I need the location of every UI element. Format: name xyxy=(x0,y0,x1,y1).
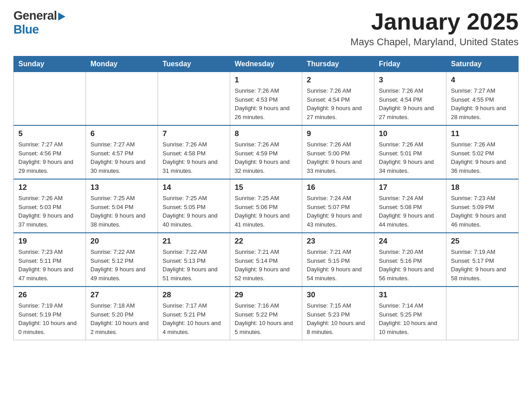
logo-general-text: General xyxy=(13,9,57,23)
day-number: 11 xyxy=(451,129,514,138)
day-info: Sunrise: 7:26 AM Sunset: 4:54 PM Dayligh… xyxy=(307,86,369,121)
day-info: Sunrise: 7:26 AM Sunset: 4:54 PM Dayligh… xyxy=(379,86,442,121)
day-number: 30 xyxy=(307,291,369,300)
day-info: Sunrise: 7:26 AM Sunset: 4:59 PM Dayligh… xyxy=(235,140,297,175)
calendar-day-cell: 1Sunrise: 7:26 AM Sunset: 4:53 PM Daylig… xyxy=(230,72,302,126)
day-number: 23 xyxy=(307,237,369,246)
month-year-title: January 2025 xyxy=(351,9,519,34)
calendar-day-cell: 22Sunrise: 7:21 AM Sunset: 5:14 PM Dayli… xyxy=(230,233,302,287)
day-info: Sunrise: 7:27 AM Sunset: 4:56 PM Dayligh… xyxy=(18,140,81,175)
day-of-week-header: Tuesday xyxy=(158,56,230,72)
day-info: Sunrise: 7:26 AM Sunset: 5:02 PM Dayligh… xyxy=(451,140,514,175)
day-of-week-header: Saturday xyxy=(446,56,519,72)
day-number: 20 xyxy=(90,237,153,246)
page-header: General Blue January 2025 Mays Chapel, M… xyxy=(13,9,519,48)
day-info: Sunrise: 7:26 AM Sunset: 4:58 PM Dayligh… xyxy=(163,140,225,175)
day-info: Sunrise: 7:24 AM Sunset: 5:07 PM Dayligh… xyxy=(307,194,369,229)
day-number: 3 xyxy=(379,76,442,85)
calendar-day-cell: 10Sunrise: 7:26 AM Sunset: 5:01 PM Dayli… xyxy=(374,125,446,179)
day-number: 26 xyxy=(18,291,81,300)
day-info: Sunrise: 7:20 AM Sunset: 5:16 PM Dayligh… xyxy=(379,248,442,283)
day-number: 22 xyxy=(235,237,297,246)
calendar-day-cell: 28Sunrise: 7:17 AM Sunset: 5:21 PM Dayli… xyxy=(158,287,230,340)
calendar-day-cell: 6Sunrise: 7:27 AM Sunset: 4:57 PM Daylig… xyxy=(86,125,158,179)
calendar-header-row: SundayMondayTuesdayWednesdayThursdayFrid… xyxy=(14,56,519,72)
calendar-day-cell: 5Sunrise: 7:27 AM Sunset: 4:56 PM Daylig… xyxy=(14,125,86,179)
calendar-day-cell: 15Sunrise: 7:25 AM Sunset: 5:06 PM Dayli… xyxy=(230,179,302,233)
day-number: 13 xyxy=(90,183,153,192)
day-number: 5 xyxy=(18,129,81,138)
calendar-day-cell: 26Sunrise: 7:19 AM Sunset: 5:19 PM Dayli… xyxy=(14,287,86,340)
day-info: Sunrise: 7:16 AM Sunset: 5:22 PM Dayligh… xyxy=(235,301,297,336)
calendar-day-cell: 7Sunrise: 7:26 AM Sunset: 4:58 PM Daylig… xyxy=(158,125,230,179)
day-number: 28 xyxy=(163,291,225,300)
day-number: 2 xyxy=(307,76,369,85)
calendar-day-cell: 20Sunrise: 7:22 AM Sunset: 5:12 PM Dayli… xyxy=(86,233,158,287)
day-info: Sunrise: 7:27 AM Sunset: 4:57 PM Dayligh… xyxy=(90,140,153,175)
calendar-day-cell: 29Sunrise: 7:16 AM Sunset: 5:22 PM Dayli… xyxy=(230,287,302,340)
day-number: 21 xyxy=(163,237,225,246)
calendar-day-cell: 4Sunrise: 7:27 AM Sunset: 4:55 PM Daylig… xyxy=(446,72,519,126)
calendar-day-cell: 30Sunrise: 7:15 AM Sunset: 5:23 PM Dayli… xyxy=(302,287,374,340)
calendar-day-cell: 21Sunrise: 7:22 AM Sunset: 5:13 PM Dayli… xyxy=(158,233,230,287)
calendar-table: SundayMondayTuesdayWednesdayThursdayFrid… xyxy=(13,56,519,340)
day-number: 18 xyxy=(451,183,514,192)
calendar-day-cell: 23Sunrise: 7:21 AM Sunset: 5:15 PM Dayli… xyxy=(302,233,374,287)
day-info: Sunrise: 7:22 AM Sunset: 5:13 PM Dayligh… xyxy=(163,248,225,283)
calendar-day-cell: 16Sunrise: 7:24 AM Sunset: 5:07 PM Dayli… xyxy=(302,179,374,233)
title-section: January 2025 Mays Chapel, Maryland, Unit… xyxy=(351,9,519,48)
day-number: 15 xyxy=(235,183,297,192)
calendar-day-cell: 11Sunrise: 7:26 AM Sunset: 5:02 PM Dayli… xyxy=(446,125,519,179)
calendar-week-row: 12Sunrise: 7:26 AM Sunset: 5:03 PM Dayli… xyxy=(14,179,519,233)
day-of-week-header: Sunday xyxy=(14,56,86,72)
day-info: Sunrise: 7:21 AM Sunset: 5:14 PM Dayligh… xyxy=(235,248,297,283)
day-info: Sunrise: 7:25 AM Sunset: 5:04 PM Dayligh… xyxy=(90,194,153,229)
day-info: Sunrise: 7:18 AM Sunset: 5:20 PM Dayligh… xyxy=(90,301,153,336)
day-number: 7 xyxy=(163,129,225,138)
calendar-day-cell: 12Sunrise: 7:26 AM Sunset: 5:03 PM Dayli… xyxy=(14,179,86,233)
calendar-day-cell: 19Sunrise: 7:23 AM Sunset: 5:11 PM Dayli… xyxy=(14,233,86,287)
day-number: 12 xyxy=(18,183,81,192)
day-of-week-header: Wednesday xyxy=(230,56,302,72)
day-info: Sunrise: 7:25 AM Sunset: 5:06 PM Dayligh… xyxy=(235,194,297,229)
calendar-week-row: 26Sunrise: 7:19 AM Sunset: 5:19 PM Dayli… xyxy=(14,287,519,340)
calendar-day-cell: 14Sunrise: 7:25 AM Sunset: 5:05 PM Dayli… xyxy=(158,179,230,233)
day-number: 16 xyxy=(307,183,369,192)
day-number: 24 xyxy=(379,237,442,246)
day-info: Sunrise: 7:26 AM Sunset: 4:53 PM Dayligh… xyxy=(235,86,297,121)
calendar-day-cell: 25Sunrise: 7:19 AM Sunset: 5:17 PM Dayli… xyxy=(446,233,519,287)
calendar-day-cell xyxy=(158,72,230,126)
day-info: Sunrise: 7:17 AM Sunset: 5:21 PM Dayligh… xyxy=(163,301,225,336)
calendar-day-cell: 8Sunrise: 7:26 AM Sunset: 4:59 PM Daylig… xyxy=(230,125,302,179)
day-number: 8 xyxy=(235,129,297,138)
calendar-day-cell: 13Sunrise: 7:25 AM Sunset: 5:04 PM Dayli… xyxy=(86,179,158,233)
day-info: Sunrise: 7:27 AM Sunset: 4:55 PM Dayligh… xyxy=(451,86,514,121)
day-number: 31 xyxy=(379,291,442,300)
day-info: Sunrise: 7:21 AM Sunset: 5:15 PM Dayligh… xyxy=(307,248,369,283)
calendar-day-cell xyxy=(86,72,158,126)
day-info: Sunrise: 7:24 AM Sunset: 5:08 PM Dayligh… xyxy=(379,194,442,229)
day-number: 19 xyxy=(18,237,81,246)
location-subtitle: Mays Chapel, Maryland, United States xyxy=(351,36,519,48)
calendar-day-cell: 3Sunrise: 7:26 AM Sunset: 4:54 PM Daylig… xyxy=(374,72,446,126)
day-of-week-header: Thursday xyxy=(302,56,374,72)
day-number: 4 xyxy=(451,76,514,85)
day-info: Sunrise: 7:22 AM Sunset: 5:12 PM Dayligh… xyxy=(90,248,153,283)
logo-blue-text: Blue xyxy=(13,23,39,37)
day-of-week-header: Friday xyxy=(374,56,446,72)
day-info: Sunrise: 7:26 AM Sunset: 5:03 PM Dayligh… xyxy=(18,194,81,229)
day-info: Sunrise: 7:26 AM Sunset: 5:00 PM Dayligh… xyxy=(307,140,369,175)
day-number: 6 xyxy=(90,129,153,138)
calendar-day-cell xyxy=(446,287,519,340)
calendar-week-row: 5Sunrise: 7:27 AM Sunset: 4:56 PM Daylig… xyxy=(14,125,519,179)
day-number: 17 xyxy=(379,183,442,192)
calendar-day-cell: 27Sunrise: 7:18 AM Sunset: 5:20 PM Dayli… xyxy=(86,287,158,340)
day-number: 29 xyxy=(235,291,297,300)
day-info: Sunrise: 7:15 AM Sunset: 5:23 PM Dayligh… xyxy=(307,301,369,336)
day-info: Sunrise: 7:23 AM Sunset: 5:11 PM Dayligh… xyxy=(18,248,81,283)
day-of-week-header: Monday xyxy=(86,56,158,72)
calendar-day-cell: 31Sunrise: 7:14 AM Sunset: 5:25 PM Dayli… xyxy=(374,287,446,340)
day-number: 27 xyxy=(90,291,153,300)
day-number: 14 xyxy=(163,183,225,192)
calendar-day-cell: 18Sunrise: 7:23 AM Sunset: 5:09 PM Dayli… xyxy=(446,179,519,233)
